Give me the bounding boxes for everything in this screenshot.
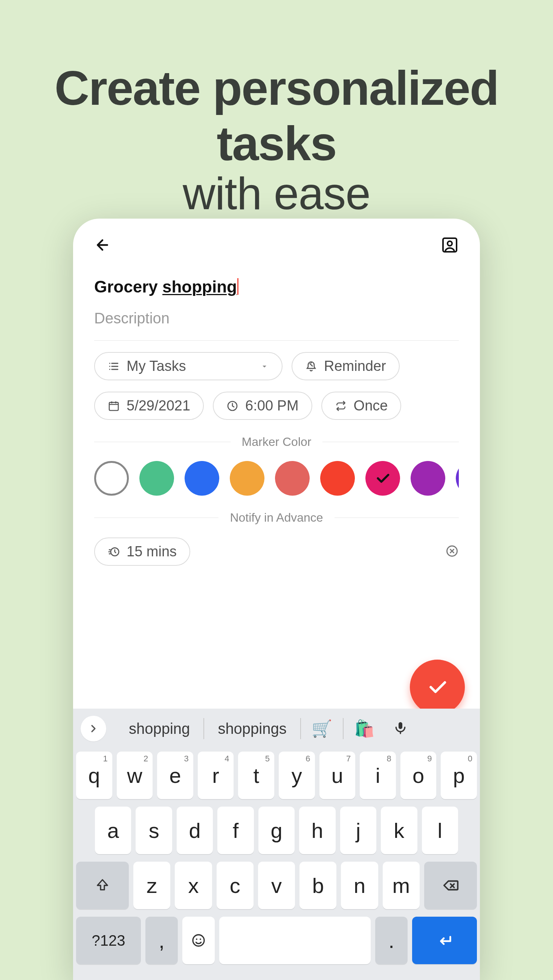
key-p[interactable]: p0 <box>441 752 477 799</box>
list-selector-chip[interactable]: My Tasks <box>94 352 283 380</box>
shift-key[interactable] <box>76 862 129 909</box>
chevron-down-icon <box>260 358 269 374</box>
period-key[interactable]: . <box>375 917 408 964</box>
comma-key[interactable]: , <box>145 917 178 964</box>
key-w[interactable]: w2 <box>117 752 153 799</box>
emoji-key[interactable] <box>182 917 215 964</box>
space-key[interactable] <box>219 917 371 964</box>
key-x[interactable]: x <box>175 862 212 909</box>
headline-line1: Create personalized tasks <box>0 60 553 171</box>
suggestion-emoji-2[interactable]: 🛍️ <box>343 719 385 738</box>
mic-icon[interactable] <box>385 720 412 737</box>
color-swatch-8[interactable] <box>456 461 459 496</box>
list-icon <box>108 360 120 372</box>
expand-suggestions-icon[interactable] <box>81 716 106 741</box>
svg-rect-2 <box>109 402 118 410</box>
key-g[interactable]: g <box>258 807 295 854</box>
keyboard-row-2: asdfghjkl <box>76 807 477 854</box>
key-s[interactable]: s <box>136 807 172 854</box>
reminder-icon <box>305 360 317 372</box>
keyboard-row-4: ?123 , . <box>76 917 477 964</box>
back-arrow-icon[interactable] <box>94 237 111 253</box>
color-swatch-5[interactable] <box>320 461 355 496</box>
text-caret <box>237 278 238 295</box>
notify-section: Notify in Advance <box>94 511 459 525</box>
task-title-underlined: shopping <box>162 277 237 296</box>
key-r[interactable]: r4 <box>198 752 234 799</box>
key-h[interactable]: h <box>299 807 335 854</box>
list-selector-label: My Tasks <box>127 358 186 374</box>
key-j[interactable]: j <box>340 807 376 854</box>
key-f[interactable]: f <box>217 807 254 854</box>
color-swatch-0[interactable] <box>94 461 129 496</box>
date-chip[interactable]: 5/29/2021 <box>94 391 204 420</box>
key-y[interactable]: y6 <box>279 752 315 799</box>
save-fab[interactable] <box>410 660 465 714</box>
key-o[interactable]: o9 <box>400 752 437 799</box>
key-t[interactable]: t5 <box>238 752 274 799</box>
calendar-icon <box>108 400 120 412</box>
key-q[interactable]: q1 <box>76 752 112 799</box>
color-swatch-3[interactable] <box>230 461 264 496</box>
color-swatch-1[interactable] <box>139 461 174 496</box>
color-swatch-4[interactable] <box>275 461 310 496</box>
clock-icon <box>226 400 238 412</box>
task-description-input[interactable]: Description <box>94 310 459 341</box>
suggestion-emoji-1[interactable]: 🛒 <box>301 719 343 738</box>
key-m[interactable]: m <box>383 862 420 909</box>
key-i[interactable]: i8 <box>360 752 396 799</box>
symbols-key[interactable]: ?123 <box>76 917 141 964</box>
advance-clock-icon <box>108 546 120 558</box>
task-title-prefix: Grocery <box>94 277 162 296</box>
keyboard-row-3: zxcvbnm <box>76 862 477 909</box>
color-swatch-2[interactable] <box>184 461 219 496</box>
backspace-key[interactable] <box>424 862 477 909</box>
svg-point-8 <box>200 939 201 940</box>
notify-advance-chip[interactable]: 15 mins <box>94 538 190 566</box>
repeat-chip[interactable]: Once <box>321 391 402 420</box>
reminder-chip[interactable]: Reminder <box>292 352 400 380</box>
key-n[interactable]: n <box>341 862 378 909</box>
reminder-label: Reminder <box>324 358 386 374</box>
svg-point-6 <box>193 935 204 946</box>
marker-color-label: Marker Color <box>242 435 311 449</box>
time-label: 6:00 PM <box>245 398 299 414</box>
suggestion-2[interactable]: shoppings <box>204 720 300 737</box>
notify-section-label: Notify in Advance <box>230 511 323 525</box>
svg-point-7 <box>196 939 197 940</box>
date-label: 5/29/2021 <box>127 398 190 414</box>
keyboard-suggestion-bar: shopping shoppings 🛒 🛍️ <box>73 709 480 749</box>
key-c[interactable]: c <box>217 862 254 909</box>
task-title-input[interactable]: Grocery shopping <box>94 277 238 296</box>
app-header <box>73 219 480 262</box>
key-e[interactable]: e3 <box>157 752 193 799</box>
key-k[interactable]: k <box>381 807 417 854</box>
phone-frame: Grocery shopping Description My Tasks Re… <box>73 219 480 980</box>
time-chip[interactable]: 6:00 PM <box>213 391 312 420</box>
suggestion-1[interactable]: shopping <box>115 720 203 737</box>
key-z[interactable]: z <box>133 862 170 909</box>
enter-key[interactable] <box>412 917 477 964</box>
profile-icon[interactable] <box>441 236 459 254</box>
repeat-label: Once <box>354 398 388 414</box>
key-d[interactable]: d <box>177 807 213 854</box>
keyboard-row-1: q1w2e3r4t5y6u7i8o9p0 <box>76 752 477 799</box>
key-u[interactable]: u7 <box>319 752 356 799</box>
color-swatch-6[interactable] <box>365 461 400 496</box>
notify-advance-label: 15 mins <box>127 544 177 560</box>
svg-point-1 <box>448 241 452 246</box>
color-swatch-7[interactable] <box>411 461 445 496</box>
key-v[interactable]: v <box>258 862 295 909</box>
key-b[interactable]: b <box>299 862 336 909</box>
key-a[interactable]: a <box>95 807 131 854</box>
check-icon <box>426 676 449 698</box>
repeat-icon <box>335 400 347 412</box>
soft-keyboard: shopping shoppings 🛒 🛍️ q1w2e3r4t5y6u7i8… <box>73 709 480 980</box>
marker-color-section: Marker Color <box>94 435 459 449</box>
key-l[interactable]: l <box>422 807 458 854</box>
clear-notify-icon[interactable] <box>445 544 459 559</box>
marketing-headline: Create personalized tasks with ease <box>0 0 553 220</box>
color-picker <box>94 461 459 496</box>
headline-line2: with ease <box>0 167 553 220</box>
